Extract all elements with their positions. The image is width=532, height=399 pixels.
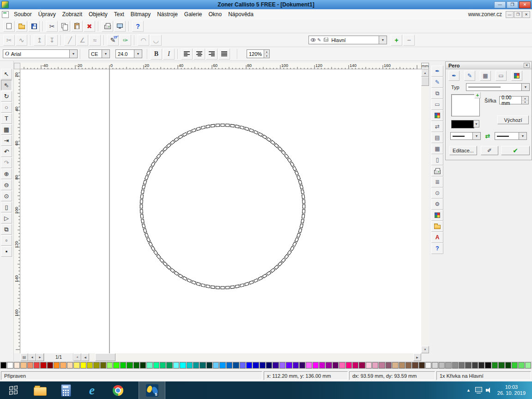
table-button[interactable]: ▦ [1,124,12,135]
palette-color-13[interactable] [87,362,93,369]
taskbar-internet-explorer[interactable]: e [81,381,103,399]
angle-segment-button[interactable]: ∠ [77,35,88,46]
volume-icon[interactable] [486,387,492,393]
palette-color-54[interactable] [359,362,365,369]
context-help-button[interactable]: ? [132,21,144,32]
ellipse-button[interactable]: ○ [1,102,12,113]
text-panel-button[interactable]: A [431,232,443,243]
pen-color-swatch[interactable] [451,120,474,128]
vertical-scrollbar[interactable]: ▲ ▼ [421,69,429,353]
cut-button[interactable]: ✂ [46,21,58,32]
menu-galerie[interactable]: Galerie [181,10,206,18]
zoom-out-button[interactable]: ⊖ [1,180,12,190]
select-button[interactable]: ↖ [1,69,12,79]
menu-zobrazit[interactable]: Zobrazit [59,10,85,18]
charset-combo-arrow[interactable]: ▼ [102,50,109,58]
restore-button[interactable]: ❐ [507,1,518,8]
page-next-button[interactable]: ▷ [1,213,12,224]
align-justify-button[interactable] [218,48,230,60]
palette-color-65[interactable] [432,362,438,369]
pen-apply-button[interactable]: ✔ [501,146,530,155]
palette-color-9[interactable] [60,362,66,369]
palette-color-10[interactable] [67,362,73,369]
shadow-panel-button[interactable]: ⧉ [431,88,443,99]
palette-color-23[interactable] [153,362,159,369]
width-down-icon[interactable]: ▼ [522,101,528,104]
align-left-button[interactable] [181,48,193,60]
copy-button[interactable] [59,21,70,32]
menu-text[interactable]: Text [111,10,127,18]
taskbar-file-explorer[interactable] [30,381,51,399]
curve-object[interactable] [140,124,305,289]
palette-color-59[interactable] [392,362,398,369]
pen-panel-button[interactable]: ✎ [431,77,443,88]
layer-combo-arrow[interactable]: ▼ [379,36,387,44]
palette-color-53[interactable] [352,362,358,369]
palette-color-77[interactable] [512,362,518,369]
arc-lower-button[interactable]: ◡ [150,35,162,46]
edit-shape-button[interactable]: ⇖ [1,80,12,91]
palette-color-49[interactable] [326,362,332,369]
palette-color-2[interactable] [14,362,20,369]
palette-color-20[interactable] [133,362,139,369]
palette-color-69[interactable] [459,362,465,369]
line-end-combo[interactable]: ▼ [495,132,527,140]
palette-color-56[interactable] [372,362,378,369]
palette-color-1[interactable] [7,362,13,369]
zoom-page-button[interactable]: ⊙ [1,191,12,201]
palette-color-32[interactable] [213,362,219,369]
magnifier-panel-button[interactable]: ⊙ [431,187,443,199]
palette-color-39[interactable] [260,362,266,369]
palette-color-63[interactable] [419,362,425,369]
palette-color-58[interactable] [386,362,392,369]
redo-button[interactable]: ↷ [1,157,12,168]
palette-color-11[interactable] [73,362,79,369]
palette-color-51[interactable] [339,362,345,369]
menu-nastroje[interactable]: Nástroje [154,10,181,18]
palette-color-8[interactable] [54,362,60,369]
add-page-button[interactable]: + [73,353,81,361]
palette-color-48[interactable] [319,362,325,369]
pen-type-combo-arrow[interactable]: ▼ [521,84,529,91]
undo-button[interactable]: ↶ [1,146,12,157]
palette-color-5[interactable] [34,362,40,369]
pen-type-combo[interactable]: ▼ [466,83,530,91]
palette-color-41[interactable] [272,362,278,369]
width-up-icon[interactable]: ▲ [522,97,528,101]
charset-combo[interactable]: CE ▼ [89,49,110,58]
edit-nodes-button[interactable]: ✂ [3,35,15,46]
line-segment-button[interactable]: ╱ [64,35,76,46]
print-preview-button[interactable] [114,21,126,32]
tray-expand-button[interactable]: ▲ [466,388,472,393]
save-button[interactable] [28,21,40,32]
palette-color-6[interactable] [40,362,46,369]
palette-color-76[interactable] [505,362,511,369]
next-page-button[interactable]: ▸ [36,353,44,361]
palette-color-44[interactable] [293,362,299,369]
curve-segment-button[interactable]: ≈ [89,35,101,46]
palette-panel-button[interactable] [431,210,443,221]
pen-table-button[interactable]: ▦ [480,71,491,81]
palette-color-57[interactable] [379,362,385,369]
zoom-in-button[interactable]: ⊕ [1,169,12,179]
align-panel-button[interactable]: ⇄ [431,121,443,132]
pen-color-dropdown[interactable]: ▼ [473,120,479,127]
palette-color-42[interactable] [279,362,285,369]
palette-color-33[interactable] [219,362,225,369]
palette-color-47[interactable] [313,362,319,369]
menu-upravy[interactable]: Úpravy [35,10,59,18]
italic-button[interactable]: I [163,48,175,60]
doc-close-button[interactable]: ✕ [522,11,530,18]
pen-dropper-button[interactable]: ✐ [481,146,498,155]
fill-panel-button[interactable]: ✒ [431,66,443,77]
align-right-button[interactable] [206,48,218,60]
page-panel-button[interactable]: ▯ [431,154,443,165]
palette-color-19[interactable] [127,362,133,369]
delete-button[interactable]: ✖ [84,21,95,32]
vertical-scroll-thumb[interactable] [421,77,429,86]
palette-color-31[interactable] [206,362,212,369]
help-panel-button[interactable]: ? [431,243,443,254]
taskbar-clock[interactable]: 10:03 26. 10. 2019 [496,384,527,396]
pen-style-button[interactable]: ✎ [464,71,475,81]
palette-color-45[interactable] [299,362,305,369]
